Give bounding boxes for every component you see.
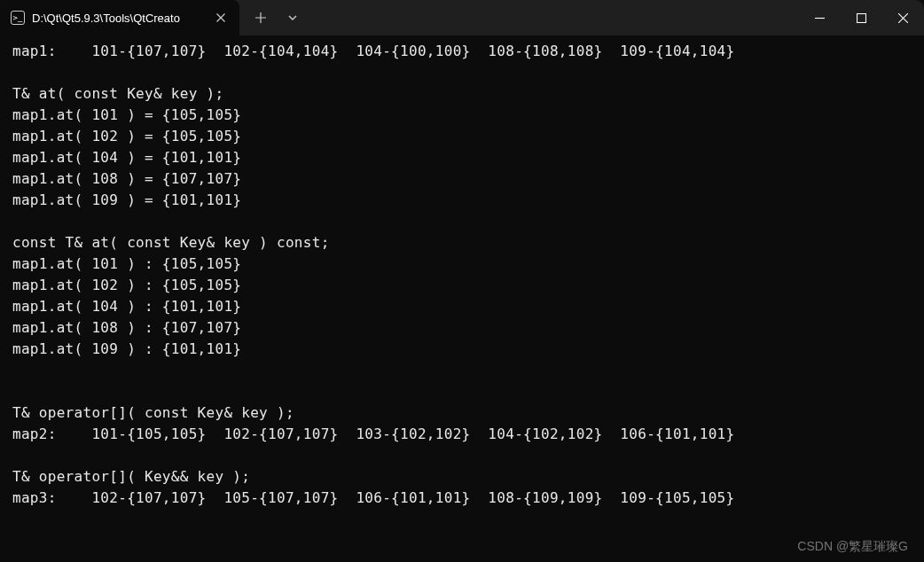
minimize-icon: [815, 13, 825, 23]
titlebar-drag-area[interactable]: [309, 0, 799, 35]
maximize-button[interactable]: [841, 0, 882, 35]
close-tab-button[interactable]: [213, 10, 229, 26]
plus-icon: [255, 12, 266, 23]
minimize-button[interactable]: [799, 0, 841, 35]
tab-title: D:\Qt\Qt5.9.3\Tools\QtCreato: [32, 12, 206, 25]
window-controls: [799, 0, 924, 35]
close-window-button[interactable]: [882, 0, 924, 35]
window-titlebar: >_ D:\Qt\Qt5.9.3\Tools\QtCreato: [0, 0, 924, 35]
terminal-output[interactable]: map1: 101-{107,107} 102-{104,104} 104-{1…: [0, 35, 924, 514]
cmd-icon: >_: [11, 11, 25, 25]
maximize-icon: [857, 13, 866, 23]
tab-dropdown-button[interactable]: [277, 0, 309, 35]
watermark-text: CSDN @繁星璀璨G: [797, 539, 908, 555]
svg-rect-0: [857, 13, 866, 22]
add-tab-button[interactable]: [245, 0, 277, 35]
chevron-down-icon: [287, 12, 298, 23]
close-icon: [898, 13, 908, 23]
close-icon: [216, 13, 225, 22]
terminal-tab[interactable]: >_ D:\Qt\Qt5.9.3\Tools\QtCreato: [0, 0, 239, 35]
